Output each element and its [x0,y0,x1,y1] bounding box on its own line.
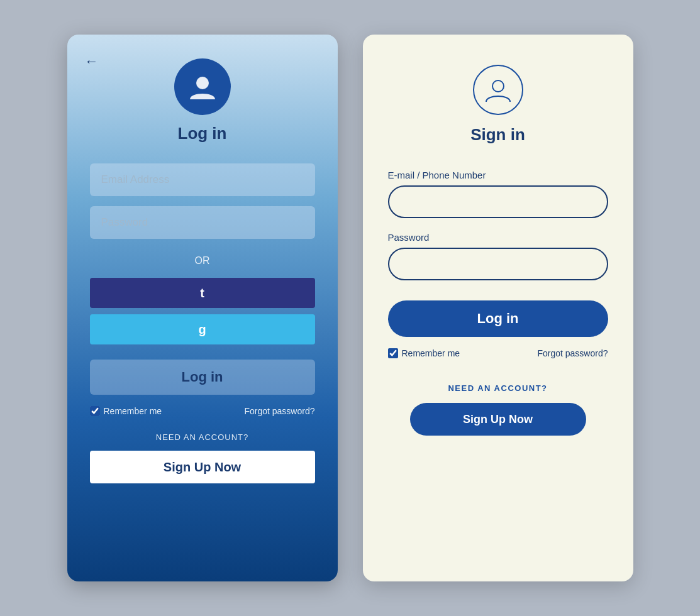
right-title: Sign in [470,125,525,145]
email-label-right: E-mail / Phone Number [388,170,608,180]
email-input-right[interactable] [388,185,608,218]
signup-button-right[interactable]: Sign Up Now [410,403,586,436]
remember-me-left[interactable]: Remember me [90,406,162,416]
password-label-right: Password [388,232,608,243]
avatar-circle-right [473,65,523,115]
svg-point-1 [492,80,504,92]
left-card: ← Log in OR t g Log in Remember me Forgo… [67,35,338,581]
avatar-circle [174,58,231,115]
signup-button-left[interactable]: Sign Up Now [90,451,315,483]
back-arrow-icon[interactable]: ← [85,53,99,70]
bottom-row-left: Remember me Forgot password? [90,406,315,416]
forgot-password-left[interactable]: Forgot password? [244,406,314,416]
remember-checkbox-left[interactable] [90,406,100,416]
remember-me-right[interactable]: Remember me [388,348,460,358]
remember-checkbox-right[interactable] [388,348,398,358]
bottom-row-right: Remember me Forgot password? [388,348,608,358]
need-account-left: NEED AN ACCOUNT? [156,432,248,442]
password-input-right[interactable] [388,248,608,280]
login-button-left[interactable]: Log in [90,360,315,395]
right-card: Sign in E-mail / Phone Number Password L… [363,35,633,581]
need-account-right: NEED AN ACCOUNT? [448,383,547,393]
or-text: OR [195,255,210,267]
email-input-left[interactable] [90,163,315,196]
twitter-button[interactable]: t [90,278,315,308]
login-button-right[interactable]: Log in [388,300,608,337]
svg-point-0 [196,77,209,89]
password-input-left[interactable] [90,206,315,239]
google-button[interactable]: g [90,314,315,344]
left-title: Log in [178,124,227,143]
forgot-password-right[interactable]: Forgot password? [537,348,608,358]
